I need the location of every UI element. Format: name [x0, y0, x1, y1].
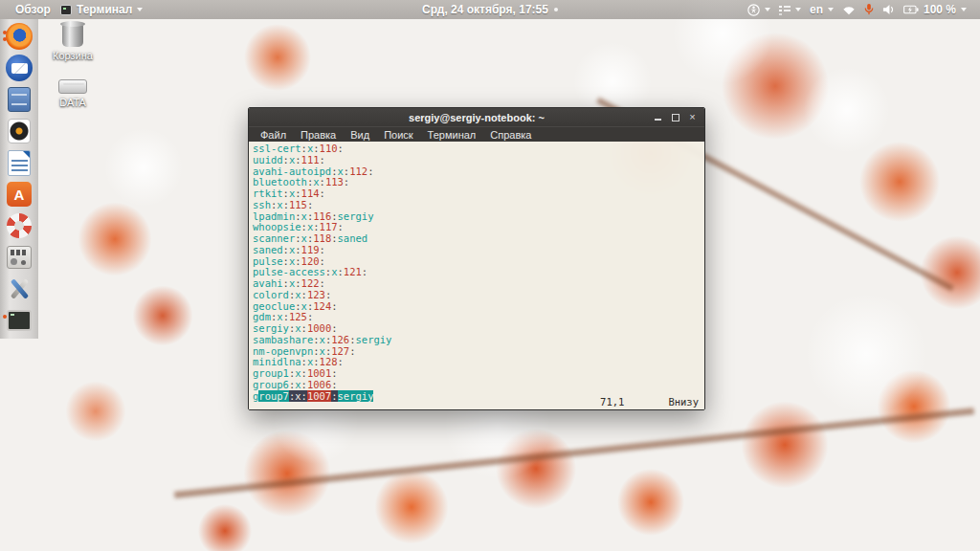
libreoffice-writer-icon: [8, 150, 31, 176]
keyboard-layout-menu[interactable]: [779, 5, 801, 15]
terminal-titlebar[interactable]: sergiy@sergiy-notebook: ~ ×: [249, 108, 704, 126]
minimize-button[interactable]: [654, 113, 662, 121]
group-line: rtkit:x:114:: [253, 188, 704, 200]
menu-item-4[interactable]: Терминал: [428, 129, 477, 141]
notification-dot-icon: [554, 8, 558, 11]
trash-label: Корзина: [53, 50, 93, 61]
maximize-button[interactable]: [671, 113, 679, 121]
vim-ruler: 71,1: [600, 396, 624, 408]
group-line: group6:x:1006:: [253, 380, 704, 391]
disk-icon: [58, 79, 87, 94]
thunderbird-icon: [6, 55, 33, 81]
dock-item-terminal[interactable]: [4, 306, 34, 335]
desktop[interactable]: Обзор Терминал Срд, 24 октября, 17:55: [0, 0, 980, 551]
terminal-window: sergiy@sergiy-notebook: ~ × ФайлПравкаВи…: [248, 107, 705, 410]
language-indicator[interactable]: en: [810, 3, 834, 16]
disk-label: DATA: [59, 97, 86, 108]
window-title: sergiy@sergiy-notebook: ~: [249, 112, 704, 123]
accessibility-icon: [747, 4, 760, 16]
menu-item-5[interactable]: Справка: [490, 129, 531, 141]
chevron-down-icon: [137, 8, 143, 11]
dock-item-help[interactable]: [4, 211, 34, 240]
terminal-app-icon: [60, 5, 72, 15]
wifi-icon[interactable]: [842, 5, 856, 15]
desktop-icon-trash[interactable]: Корзина: [42, 24, 103, 61]
vim-position: Внизу: [668, 396, 699, 408]
group-lines: ssl-cert:x:110:uuidd:x:111:avahi-autoipd…: [253, 143, 704, 402]
vim-status-line: 71,1 Внизу: [249, 396, 704, 408]
menu-item-2[interactable]: Вид: [350, 129, 369, 141]
sound-recorder-icon: [8, 119, 31, 143]
clock[interactable]: Срд, 24 октября, 17:55: [422, 3, 548, 16]
volume-icon[interactable]: [882, 4, 895, 15]
chevron-down-icon: [765, 8, 770, 11]
dock-item-audio-mixer[interactable]: [4, 243, 34, 272]
chevron-down-icon: [828, 8, 834, 11]
close-button[interactable]: ×: [688, 113, 697, 121]
terminal-icon: [7, 310, 32, 331]
menu-item-3[interactable]: Поиск: [384, 129, 412, 141]
file-manager-icon: [8, 87, 31, 112]
microphone-icon[interactable]: [864, 4, 874, 15]
dock-item-thunderbird[interactable]: [4, 54, 34, 82]
app-menu[interactable]: Терминал: [60, 3, 143, 16]
dock-item-writer[interactable]: [4, 148, 34, 177]
branch-decor: [174, 408, 974, 498]
help-lifesaver-icon: [7, 213, 32, 238]
chevron-down-icon: [795, 8, 801, 11]
running-indicator-icon: [3, 31, 7, 34]
keyboard-layout-icon: [779, 5, 791, 15]
accessibility-menu[interactable]: [747, 4, 770, 16]
running-indicator-icon: [3, 37, 7, 41]
battery-indicator[interactable]: 100 %: [903, 3, 967, 16]
tools-icon: [7, 276, 32, 301]
top-panel: Обзор Терминал Срд, 24 октября, 17:55: [0, 0, 980, 19]
group-line: geoclue:x:124:: [253, 301, 704, 313]
dock-item-sound-recorder[interactable]: [4, 117, 34, 145]
firefox-icon: [6, 23, 33, 50]
dock-item-files[interactable]: [4, 85, 34, 114]
battery-charging-icon: [903, 5, 919, 14]
menu-item-0[interactable]: Файл: [260, 129, 286, 141]
dock-item-tweaks[interactable]: [4, 275, 34, 303]
trash-icon: [62, 24, 83, 47]
activities-button[interactable]: Обзор: [15, 3, 51, 16]
terminal-menubar: ФайлПравкаВидПоискТерминалСправка: [249, 126, 704, 142]
terminal-screen[interactable]: ssl-cert:x:110:uuidd:x:111:avahi-autoipd…: [249, 142, 704, 409]
dock: A: [0, 19, 38, 339]
dock-item-software[interactable]: A: [4, 180, 34, 209]
desktop-icon-data-disk[interactable]: DATA: [42, 74, 103, 108]
chevron-down-icon: [961, 8, 967, 11]
ubuntu-software-icon: A: [7, 182, 32, 207]
audio-mixer-icon: [7, 246, 32, 269]
dock-item-firefox[interactable]: [4, 22, 34, 51]
menu-item-1[interactable]: Правка: [301, 129, 336, 141]
